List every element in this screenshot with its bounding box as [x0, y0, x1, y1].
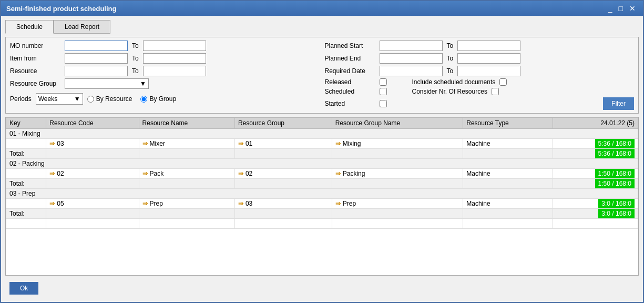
table-row: ⇒03 ⇒Mixer ⇒01 ⇒Mixing Machine 5:36 / 16…: [6, 139, 638, 149]
resource-group-dropdown[interactable]: ▼: [65, 78, 149, 89]
total-value-green-mixing: 5:36 / 168:0: [595, 149, 635, 158]
consider-nr-checkbox[interactable]: [492, 88, 499, 95]
radio-by-resource[interactable]: By Resource: [87, 95, 132, 103]
total-row-packing: Total: 1:50 / 168:0: [6, 179, 638, 189]
planned-end-to[interactable]: [457, 53, 520, 64]
arrow-icon: ⇒: [49, 140, 55, 147]
cell-value: 3:0 / 168:0: [553, 199, 638, 209]
close-button[interactable]: ✕: [627, 4, 638, 13]
cell-resource-group-name: ⇒Prep: [332, 199, 463, 209]
total-empty-1: [46, 149, 139, 159]
table-row: ⇒05 ⇒Prep ⇒03 ⇒Prep Machine 3:0 / 168:0: [6, 199, 638, 209]
value-green: 3:0 / 168:0: [598, 199, 635, 208]
cell-resource-group-name: ⇒Packing: [332, 169, 463, 179]
total-value-green-prep: 3:0 / 168:0: [598, 209, 635, 218]
radio-by-group[interactable]: By Group: [140, 95, 176, 103]
started-label: Started: [325, 100, 377, 107]
started-checkbox[interactable]: [380, 100, 387, 107]
cell-resource-name: ⇒Pack: [139, 169, 234, 179]
arrow-icon: ⇒: [142, 140, 148, 147]
group-name-mixing: 01 - Mixing: [6, 129, 638, 139]
filter-right: Planned Start To Planned End To Required…: [325, 41, 635, 110]
periods-value: Weeks: [38, 95, 57, 103]
mo-number-to[interactable]: [143, 41, 206, 51]
bottom-bar: Ok: [5, 279, 639, 298]
cell-resource-code: ⇒05: [46, 199, 139, 209]
required-date-to[interactable]: [457, 66, 520, 76]
resource-group-label: Resource Group: [10, 80, 63, 87]
total-empty-3: [234, 149, 332, 159]
resource-to-label: To: [130, 67, 141, 75]
col-resource-type: Resource Type: [463, 118, 553, 129]
planned-end-to-label: To: [445, 55, 456, 62]
resource-label: Resource: [10, 67, 63, 75]
arrow-icon: ⇒: [335, 140, 341, 147]
total-empty-1: [46, 209, 139, 219]
released-checkbox[interactable]: [380, 78, 387, 86]
tab-load-report[interactable]: Load Report: [54, 20, 110, 34]
resource-group-row: Resource Group ▼: [10, 78, 320, 89]
arrow-icon: ⇒: [335, 200, 341, 207]
radio-by-resource-input[interactable]: [87, 96, 94, 103]
minimize-button[interactable]: _: [606, 4, 615, 13]
cell-value: 1:50 / 168:0: [553, 169, 638, 179]
arrow-icon: ⇒: [238, 170, 243, 177]
cell-value: 5:36 / 168:0: [553, 139, 638, 149]
item-from-input[interactable]: [65, 53, 128, 64]
total-empty-4: [332, 149, 463, 159]
total-empty-5: [463, 179, 553, 189]
cell-resource-group-name: ⇒Mixing: [332, 139, 463, 149]
cell-resource-code: ⇒02: [46, 169, 139, 179]
planned-start-from[interactable]: [380, 41, 443, 51]
released-row: Released Include scheduled documents: [325, 78, 635, 86]
item-to-input[interactable]: [143, 53, 206, 64]
planned-start-to[interactable]: [457, 41, 520, 51]
include-scheduled-checkbox[interactable]: [499, 78, 507, 86]
planned-end-label: Planned End: [325, 55, 377, 62]
table-container: Key Resource Code Resource Name Resource…: [5, 117, 639, 276]
required-date-from[interactable]: [380, 66, 443, 76]
filter-area: MO number To Item from To Resource To: [5, 37, 639, 114]
total-label-prep: Total:: [6, 209, 46, 219]
item-from-row: Item from To: [10, 53, 320, 64]
total-value-mixing: 5:36 / 168:0: [553, 149, 638, 159]
arrow-icon: ⇒: [142, 200, 148, 207]
required-date-to-label: To: [445, 67, 456, 75]
periods-label: Periods: [10, 95, 32, 103]
arrow-icon: ⇒: [49, 200, 55, 207]
planned-end-from[interactable]: [380, 53, 443, 64]
arrow-icon: ⇒: [142, 170, 148, 177]
group-row-prep: 03 - Prep: [6, 189, 638, 199]
empty-row: [6, 219, 638, 229]
total-value-green-packing: 1:50 / 168:0: [595, 179, 635, 188]
title-bar: Semi-finished product scheduling _ □ ✕: [1, 1, 643, 16]
resource-group-arrow: ▼: [140, 80, 146, 87]
col-resource-name: Resource Name: [139, 118, 234, 129]
resource-from-input[interactable]: [65, 66, 128, 76]
cell-resource-type: Machine: [463, 139, 553, 149]
mo-number-from[interactable]: [65, 41, 128, 51]
total-empty-5: [463, 149, 553, 159]
scheduled-checkbox[interactable]: [380, 88, 387, 95]
mo-number-to-label: To: [130, 42, 141, 49]
window-title: Semi-finished product scheduling: [6, 5, 116, 13]
radio-by-group-input[interactable]: [140, 96, 147, 103]
arrow-icon: ⇒: [238, 140, 243, 147]
started-row: Started Filter: [325, 97, 635, 110]
maximize-button[interactable]: □: [617, 4, 625, 13]
tab-schedule[interactable]: Schedule: [5, 20, 54, 34]
filter-button[interactable]: Filter: [603, 97, 634, 110]
resource-to-input[interactable]: [143, 66, 206, 76]
col-resource-code: Resource Code: [46, 118, 139, 129]
total-value-prep: 3:0 / 168:0: [553, 209, 638, 219]
arrow-icon: ⇒: [335, 170, 341, 177]
planned-start-to-label: To: [445, 42, 456, 49]
ok-button[interactable]: Ok: [9, 282, 38, 295]
group-row-packing: 02 - Packing: [6, 159, 638, 169]
periods-select[interactable]: Weeks ▼: [36, 93, 83, 105]
total-row-prep: Total: 3:0 / 168:0: [6, 209, 638, 219]
mo-number-label: MO number: [10, 42, 63, 49]
required-date-label: Required Date: [325, 67, 377, 75]
arrow-icon: ⇒: [49, 170, 55, 177]
periods-row: Periods Weeks ▼ By Resource By Group: [10, 93, 320, 105]
